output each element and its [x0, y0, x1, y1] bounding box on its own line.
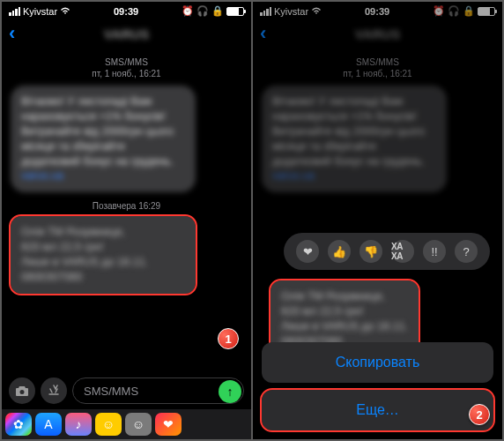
reaction-heart[interactable]: ❤ [296, 240, 319, 263]
signal-icon [9, 7, 20, 16]
reaction-thumbs-down[interactable]: 👎 [359, 240, 382, 263]
app-photos[interactable]: ✿ [5, 413, 32, 436]
carrier-label: Kyivstar [23, 6, 57, 17]
reaction-exclaim[interactable]: !! [423, 240, 446, 263]
header-title[interactable]: VARUS [104, 26, 149, 41]
action-sheet: Скопировать Еще… [262, 342, 493, 430]
status-bar: Kyivstar 09:39 ⏰ 🎧 🔒 [2, 2, 251, 19]
message-bubble-1[interactable]: Вітаємо! У листопаді Вам нараховується +… [11, 86, 196, 192]
app-store[interactable]: A [35, 413, 62, 436]
conversation-header: ‹ VARUS [2, 19, 251, 52]
callout-badge-1: 1 [218, 328, 239, 349]
appstore-button[interactable] [41, 377, 67, 404]
app-hearts[interactable]: ❤ [155, 413, 182, 436]
message-bubble-2-selected[interactable]: Олія ТМ Розумниця, 820 мл 22,5 грн! Лише… [11, 216, 196, 294]
callout-badge-2: 2 [469, 404, 490, 425]
message-input[interactable]: SMS/MMS ↑ [72, 377, 244, 404]
app-strip: ✿ A ♪ ☺ ☺ ❤ [2, 409, 251, 439]
reaction-bar: ❤ 👍 👎 XA XA !! ? [284, 233, 490, 270]
screenshot-right: Kyivstar 09:39 ⏰ 🎧 🔒 ‹ VARUS SMS/MMS пт,… [253, 2, 502, 439]
action-more[interactable]: Еще… [262, 390, 493, 430]
input-placeholder: SMS/MMS [84, 385, 138, 398]
reaction-question[interactable]: ? [455, 240, 478, 263]
app-memoji[interactable]: ☺ [95, 413, 122, 436]
headphones-icon: 🎧 [196, 5, 209, 17]
screenshot-left: Kyivstar 09:39 ⏰ 🎧 🔒 ‹ VARUS SMS/MMS пт,… [2, 2, 251, 439]
wifi-icon [60, 6, 70, 17]
alarm-icon: ⏰ [182, 5, 194, 17]
time-label: 09:39 [114, 6, 138, 17]
message-input-bar: SMS/MMS ↑ [2, 372, 251, 409]
reaction-thumbs-up[interactable]: 👍 [328, 240, 351, 263]
sms-type-label: SMS/MMS [2, 57, 251, 67]
action-copy[interactable]: Скопировать [262, 342, 493, 383]
date-label-2: Позавчера 16:29 [2, 201, 251, 211]
back-icon[interactable]: ‹ [9, 22, 15, 45]
orientation-lock-icon: 🔒 [211, 5, 224, 17]
send-button[interactable]: ↑ [219, 380, 241, 403]
app-music[interactable]: ♪ [65, 413, 92, 436]
date-label-1: пт, 1 нояб., 16:21 [2, 69, 251, 78]
reaction-haha[interactable]: XA XA [391, 240, 414, 263]
camera-button[interactable] [9, 377, 35, 404]
app-generic[interactable]: ☺ [125, 413, 152, 436]
battery-icon [226, 7, 244, 16]
